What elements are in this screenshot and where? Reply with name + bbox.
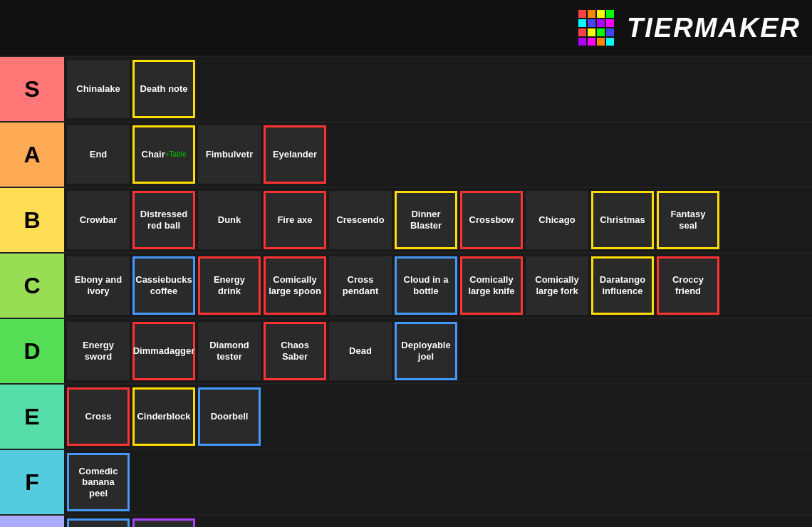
tier-row-i: i forgorCheems colaEmperor xyxy=(0,516,812,527)
logo-grid xyxy=(538,11,571,44)
tier-row-B: BCrowbarDistressed red ballDunkFire axeC… xyxy=(0,188,812,254)
list-item[interactable]: End xyxy=(67,125,130,184)
list-item[interactable]: Cassiebucks coffee xyxy=(132,256,195,315)
list-item[interactable]: Croccy friend xyxy=(657,256,719,315)
logo-icon-grid xyxy=(578,10,614,46)
tier-list: SChinalakeDeath noteAEndChair+TableFimbu… xyxy=(0,57,812,527)
list-item[interactable]: Crossbow xyxy=(460,191,523,249)
logo-text: TiERMAKER xyxy=(627,13,801,43)
list-item[interactable]: Cinderblock xyxy=(132,387,195,446)
tier-items-F: Comedic banana peel xyxy=(64,450,812,514)
list-item[interactable]: Comically large fork xyxy=(526,256,588,315)
list-item[interactable]: Diamond tester xyxy=(198,322,261,380)
list-item[interactable]: Comedic banana peel xyxy=(67,453,130,511)
list-item[interactable]: Comically large spoon xyxy=(264,256,326,315)
list-item[interactable]: Eyelander xyxy=(264,125,326,184)
list-item[interactable]: Doorbell xyxy=(198,387,261,446)
list-item[interactable]: Dunk xyxy=(198,191,261,249)
tier-items-S: ChinalakeDeath note xyxy=(64,57,812,121)
tier-items-B: CrowbarDistressed red ballDunkFire axeCr… xyxy=(64,188,812,252)
list-item[interactable]: Dead xyxy=(329,322,392,380)
tier-label-D: D xyxy=(0,319,64,383)
list-item[interactable]: Chaos Saber xyxy=(264,322,326,380)
list-item[interactable]: Cheems cola xyxy=(67,518,130,527)
tier-items-i: Cheems colaEmperor xyxy=(64,516,812,527)
tier-items-A: EndChair+TableFimbulvetrEyelander xyxy=(64,122,812,187)
list-item[interactable]: Ebony and ivory xyxy=(67,256,130,315)
list-item[interactable]: Fimbulvetr xyxy=(198,125,261,184)
list-item[interactable]: Energy sword xyxy=(67,322,130,380)
logo: TiERMAKER xyxy=(538,10,801,46)
list-item[interactable]: Deployable joel xyxy=(395,322,457,380)
tier-row-E: ECrossCinderblockDoorbell xyxy=(0,385,812,450)
tier-items-E: CrossCinderblockDoorbell xyxy=(64,385,812,449)
list-item[interactable]: Crowbar xyxy=(67,191,130,249)
list-item[interactable]: Crescendo xyxy=(329,191,392,249)
list-item[interactable]: Death note xyxy=(132,60,195,118)
list-item[interactable]: Chicago xyxy=(526,191,588,249)
list-item[interactable]: Cloud in a bottle xyxy=(395,256,457,315)
list-item[interactable]: Chair+Table xyxy=(132,125,195,184)
tier-row-C: CEbony and ivoryCassiebucks coffeeEnergy… xyxy=(0,254,812,319)
tier-row-S: SChinalakeDeath note xyxy=(0,57,812,122)
tier-label-B: B xyxy=(0,188,64,252)
tier-label-F: F xyxy=(0,450,64,514)
tier-label-A: A xyxy=(0,122,64,187)
list-item[interactable]: Cross xyxy=(67,387,130,446)
tier-label-C: C xyxy=(0,254,64,318)
tier-label-E: E xyxy=(0,385,64,449)
list-item[interactable]: Distressed red ball xyxy=(132,191,195,249)
list-item[interactable]: Dimmadagger xyxy=(132,322,195,380)
tier-items-D: Energy swordDimmadaggerDiamond testerCha… xyxy=(64,319,812,383)
tier-row-A: AEndChair+TableFimbulvetrEyelander xyxy=(0,122,812,188)
tier-label-i: i forgor xyxy=(0,516,64,527)
list-item[interactable]: Comically large knife xyxy=(460,256,523,315)
list-item[interactable]: Dinner Blaster xyxy=(395,191,457,249)
tier-row-D: DEnergy swordDimmadaggerDiamond testerCh… xyxy=(0,319,812,385)
list-item[interactable]: Christmas xyxy=(591,191,654,249)
list-item[interactable]: Daratango influence xyxy=(591,256,654,315)
tier-items-C: Ebony and ivoryCassiebucks coffeeEnergy … xyxy=(64,254,812,318)
header: TiERMAKER xyxy=(0,0,812,57)
list-item[interactable]: Fire axe xyxy=(264,191,326,249)
list-item[interactable]: Emperor xyxy=(132,518,195,527)
tier-label-S: S xyxy=(0,57,64,121)
tier-row-F: FComedic banana peel xyxy=(0,450,812,516)
list-item[interactable]: Chinalake xyxy=(67,60,130,118)
list-item[interactable]: Cross pendant xyxy=(329,256,392,315)
list-item[interactable]: Fantasy seal xyxy=(657,191,719,249)
list-item[interactable]: Energy drink xyxy=(198,256,261,315)
